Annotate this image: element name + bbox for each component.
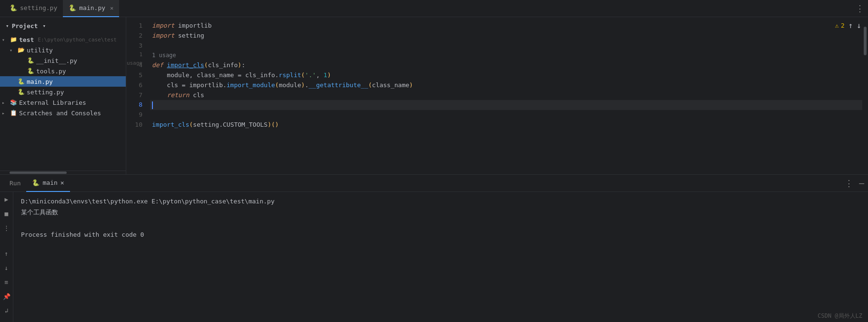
project-chevron: ▾ [6,23,9,29]
tree-item-test[interactable]: ▾ 📁 test E:\pyton\python_case\test [0,34,126,45]
paren-10b: ) [268,120,272,130]
more-options-button[interactable]: ⋮ [1,222,12,233]
method-getattr: __getattribute__ [309,80,368,91]
tree-item-setting[interactable]: ▸ 🐍 setting.py [0,87,126,97]
code-editor[interactable]: 1 2 3 1 usage 4 5 6 7 8 9 10 import impo… [126,17,868,174]
code-line-10: import_cls(setting.CUSTOM_TOOLS)() [150,120,862,130]
tree-item-ext-libs[interactable]: ▸ 📚 External Libraries [0,97,126,108]
keyword-def: def [152,60,163,70]
panel-more-button[interactable]: ⋮ [845,178,853,188]
python-icon-main: 🐍 [17,78,25,85]
panel-tab-run-label: Run [10,180,20,187]
colon: : [242,60,245,70]
play-button[interactable]: ▶ [1,194,12,204]
project-dropdown-icon: ▾ [42,23,46,29]
chevron-icon: ▾ [2,37,8,42]
tree-item-scratches[interactable]: ▸ 📋 Scratches and Consoles [0,108,126,118]
tree-item-tools[interactable]: ▸ 🐍 tools.py [0,66,126,76]
tree-label-setting: setting.py [27,89,64,96]
filter-button[interactable]: ≡ [1,277,12,287]
paren-10c: ( [271,120,275,130]
stop-button[interactable]: ■ [1,208,12,219]
panel-tab-actions: ⋮ — [845,178,864,188]
terminal-output[interactable]: D:\miniconda3\envs\test\python.exe E:\py… [13,192,868,322]
terminal-line-blank [21,218,860,229]
tree-label-test: test [19,36,34,43]
python-icon-tools: 🐍 [27,67,34,75]
panel-tab-main-label: main [42,179,57,186]
paren-close: ) [238,60,242,70]
chevron-icon: ▸ [2,100,8,105]
code-line-5: module, class_name = cls_info.rsplit('.'… [150,70,862,80]
sidebar-horizontal-scroll[interactable] [0,171,126,174]
line-num-hint: 1 usage [126,50,142,60]
tree-item-main[interactable]: ▸ 🐍 main.py [0,76,126,87]
folder-icon-utility: 📂 [17,46,25,54]
line-num-1: 1 [126,21,142,31]
paren-10d: ) [275,120,279,130]
line-num-3: 3 [126,41,142,51]
code-content[interactable]: import importlib import setting 1 usage … [150,17,862,174]
paren-5b: ) [327,70,331,80]
tab-main-close[interactable]: ✕ [110,5,113,11]
panel-tab-main[interactable]: 🐍 main ✕ [26,175,70,192]
editor-scrollbar[interactable] [862,17,868,174]
tab-bar-more-button[interactable]: ⋮ [856,3,864,13]
setting-ref: setting.CUSTOM_TOOLS [193,120,268,130]
method-rsplit: rsplit [279,70,301,80]
terminal-line-cmd: D:\miniconda3\envs\test\python.exe E:\py… [21,196,860,207]
tree-label-init: __init__.py [36,57,77,64]
line-num-2: 2 [126,31,142,41]
line-num-5: 5 [126,70,142,80]
text-cursor [152,101,153,109]
scroll-up-button[interactable]: ↑ [1,248,12,259]
paren-open: ( [204,60,208,70]
panel-tab-main-close[interactable]: ✕ [61,179,64,186]
editor-area: ⚠ 2 ↑ ↓ 1 2 3 1 usage 4 5 6 7 8 9 10 [126,17,868,174]
line-num-6: 6 [126,80,142,91]
terminal-line-exit: Process finished with exit code 0 [21,229,860,240]
tree-label-scratches: Scratches and Consoles [19,110,101,117]
panel-tab-run[interactable]: Run [4,175,26,192]
keyword-return: return [152,91,189,101]
paren-10a: ( [189,120,193,130]
tab-setting[interactable]: 🐍 setting.py [4,0,63,17]
scratches-icon: 📋 [10,109,17,117]
bottom-panel: Run 🐍 main ✕ ⋮ — ▶ ■ ⋮ ↑ ↓ ≡ 📌 ↲ D:\mini… [0,174,868,322]
ext-libs-icon: 📚 [10,99,17,106]
folder-icon: 📁 [10,36,17,43]
cls-var: cls [189,91,204,101]
indent-6: cls = importlib. [152,80,227,91]
paren-6d: ) [409,80,413,91]
project-tree: ▾ 📁 test E:\pyton\python_case\test ▾ 📂 u… [0,34,126,171]
code-line-7: 💡 return cls [150,91,862,101]
fn-call: import_cls [152,120,189,130]
plain-2: setting [174,31,204,41]
project-header[interactable]: ▾ Project ▾ [0,17,126,34]
plain-1: importlib [174,21,212,31]
terminal-line-out1: 某个工具函数 [21,207,860,218]
project-title: Project [12,22,38,30]
wrap-button[interactable]: ↲ [1,305,12,316]
credit-text: CSDN @局外人LZ [818,312,862,319]
line-num-7: 7 [126,91,142,101]
scroll-down-button[interactable]: ↓ [1,262,12,273]
line-numbers: 1 2 3 1 usage 4 5 6 7 8 9 10 [126,17,150,174]
panel-minimize-button[interactable]: — [859,178,864,188]
pin-button[interactable]: 📌 [1,291,12,302]
tab-main-label: main.py [79,4,105,11]
panel-left-actions: ▶ ■ ⋮ ↑ ↓ ≡ 📌 ↲ [0,192,13,322]
comma-5: , [316,70,323,80]
code-line-8 [150,100,862,110]
code-line-6: cls = importlib.import_module(module).__… [150,80,862,91]
classname-var: class_name [372,80,409,91]
tree-item-utility[interactable]: ▾ 📂 utility [0,45,126,55]
python-icon-panel: 🐍 [32,179,40,186]
python-file-icon: 🐍 [10,4,17,11]
panel-content: ▶ ■ ⋮ ↑ ↓ ≡ 📌 ↲ D:\miniconda3\envs\test\… [0,192,868,322]
tree-item-init[interactable]: ▸ 🐍 __init__.py [0,55,126,66]
line-num-10: 10 [126,120,142,130]
tab-main[interactable]: 🐍 main.py ✕ [63,0,119,17]
code-line-1: import importlib [150,21,862,31]
code-line-hint: 1 usage [150,50,862,60]
